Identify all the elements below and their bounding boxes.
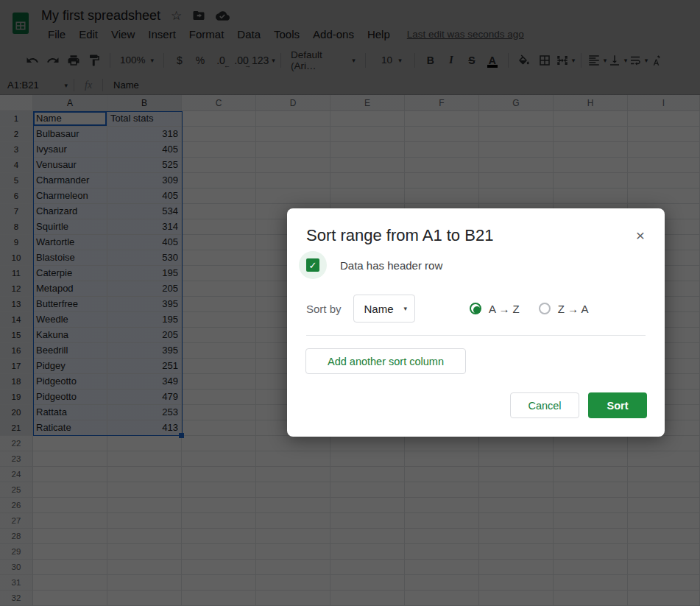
radio-selected-icon [470,303,481,314]
sort-by-row: Sort by Name ▾ A → Z Z → A [306,293,588,324]
sort-order-radios: A → Z Z → A [470,303,588,315]
radio-z-to-a[interactable]: Z → A [539,303,589,315]
sort-column-select[interactable]: Name ▾ [353,295,416,323]
checkmark-icon: ✓ [309,261,317,270]
close-icon: × [636,227,645,244]
sort-button[interactable]: Sort [588,392,647,418]
cancel-button[interactable]: Cancel [510,392,579,418]
sort-range-dialog: Sort range from A1 to B21 × ✓ Data has h… [287,208,665,437]
radio-unselected-icon [539,303,551,314]
add-sort-column-button[interactable]: Add another sort column [305,348,466,374]
radio-z-to-a-label: Z → A [558,303,589,315]
header-row-checkbox[interactable]: ✓ [306,258,319,272]
close-button[interactable]: × [629,225,651,247]
sort-column-value: Name [364,303,394,315]
dialog-divider [306,335,646,336]
sheets-app: My first spreadsheet ☆ FileEditViewInser… [0,0,700,606]
checkbox-halo: ✓ [299,251,327,279]
radio-a-to-z[interactable]: A → Z [470,303,520,315]
header-row-checkbox-label: Data has header row [340,259,442,272]
radio-a-to-z-label: A → Z [489,303,520,315]
dialog-footer: Cancel Sort [510,392,647,418]
sort-by-label: Sort by [306,303,342,315]
chevron-down-icon: ▾ [404,305,408,312]
header-row-checkbox-row[interactable]: ✓ Data has header row [299,250,442,280]
dialog-title: Sort range from A1 to B21 [306,226,493,245]
